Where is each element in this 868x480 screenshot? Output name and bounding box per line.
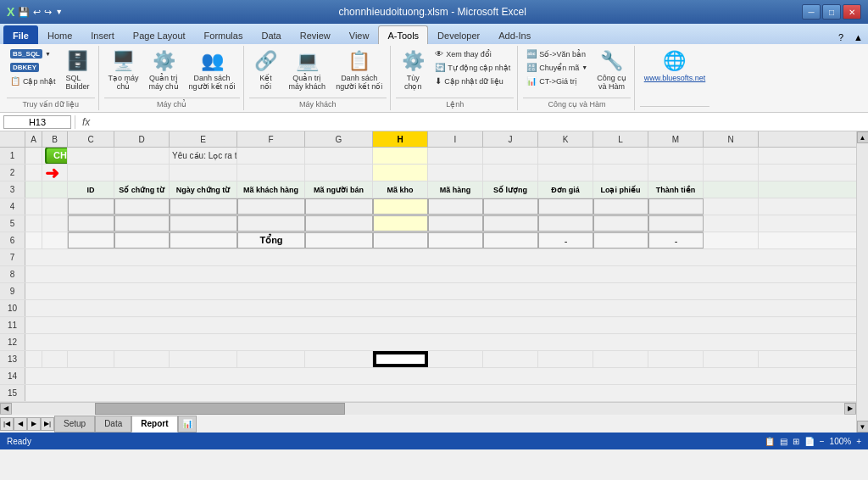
ribbon-collapse[interactable]: ▲	[849, 31, 868, 44]
row-12-empty[interactable]	[25, 334, 856, 350]
tu-dong-cap-nhat-button[interactable]: 🔄 Tự động cập nhật	[431, 61, 514, 74]
cell-f2[interactable]	[237, 165, 305, 181]
qat-dropdown[interactable]: ▼	[55, 8, 63, 16]
row-num-10[interactable]: 10	[0, 300, 25, 316]
tab-page-layout[interactable]: Page Layout	[124, 25, 195, 44]
cell-n2[interactable]	[704, 165, 759, 181]
col-header-i[interactable]: I	[428, 131, 483, 147]
cell-d13[interactable]	[114, 351, 170, 367]
row-11-empty[interactable]	[25, 317, 856, 333]
cell-b1[interactable]: CHỌN MÃ HÀNG	[42, 148, 68, 164]
cell-l1[interactable]	[593, 148, 648, 164]
cell-l6[interactable]	[593, 232, 648, 248]
cell-k2[interactable]	[538, 165, 593, 181]
sheet-tab-report[interactable]: Report	[131, 416, 177, 433]
cell-e4[interactable]	[170, 198, 237, 215]
tao-may-chu-button[interactable]: 🖥️ Tạo máychủ	[104, 47, 143, 93]
view-normal[interactable]: ▤	[780, 437, 787, 446]
cell-h4[interactable]	[373, 198, 428, 215]
ket-noi-button[interactable]: 🔗 Kếtnối	[249, 47, 283, 93]
cell-i4[interactable]	[428, 198, 483, 215]
cell-i13[interactable]	[428, 351, 483, 367]
h-scroll-track[interactable]	[12, 403, 844, 415]
row-num-11[interactable]: 11	[0, 317, 25, 333]
tab-data[interactable]: Data	[252, 25, 290, 44]
row-7-empty[interactable]	[25, 249, 856, 265]
cell-g1[interactable]	[305, 148, 373, 164]
sheet-nav-first[interactable]: |◀	[0, 417, 14, 431]
cell-j6[interactable]	[483, 232, 538, 248]
col-header-d[interactable]: D	[114, 131, 170, 147]
tab-file[interactable]: File	[3, 25, 38, 44]
cell-d5[interactable]	[114, 215, 170, 232]
bs-sql-button[interactable]: BS_SQL ▼	[7, 47, 59, 60]
v-scroll-down[interactable]: ▼	[857, 421, 869, 433]
cell-g5[interactable]	[305, 215, 373, 232]
cell-g13[interactable]	[305, 351, 373, 367]
view-page[interactable]: 📄	[804, 437, 815, 446]
cell-m5[interactable]	[648, 215, 704, 232]
cell-a5[interactable]	[25, 215, 42, 232]
cell-a13[interactable]	[25, 351, 42, 367]
cap-nhat-du-lieu-button[interactable]: ⬇ Cập nhật dữ liệu	[431, 75, 514, 87]
formula-input[interactable]	[97, 117, 865, 127]
xem-thay-doi-button[interactable]: 👁 Xem thay đổi	[431, 47, 514, 60]
cell-e3[interactable]: Ngày chứng từ	[170, 181, 237, 198]
cell-d6[interactable]	[114, 232, 170, 248]
cell-a4[interactable]	[25, 198, 42, 215]
row-num-3[interactable]: 3	[0, 181, 25, 198]
row-num-9[interactable]: 9	[0, 283, 25, 299]
cell-c1[interactable]	[68, 148, 114, 164]
cell-i5[interactable]	[428, 215, 483, 232]
cell-i6[interactable]	[428, 232, 483, 248]
h-scroll-thumb[interactable]	[95, 403, 345, 415]
maximize-button[interactable]: □	[822, 4, 841, 20]
sheet-nav-next[interactable]: ▶	[27, 417, 41, 431]
cell-g3[interactable]: Mã người bán	[305, 181, 373, 198]
quan-tri-may-khach-button[interactable]: 💻 Quản trịmáy khách	[285, 47, 331, 93]
col-header-h[interactable]: H	[373, 131, 428, 147]
cell-f5[interactable]	[237, 215, 305, 232]
tab-atools[interactable]: A-Tools	[378, 25, 428, 44]
row-num-1[interactable]: 1	[0, 148, 25, 164]
col-header-g[interactable]: G	[305, 131, 373, 147]
cell-k1[interactable]	[538, 148, 593, 164]
tab-review[interactable]: Review	[291, 25, 340, 44]
row-num-12[interactable]: 12	[0, 334, 25, 350]
cell-d3[interactable]: Số chứng từ	[114, 181, 170, 198]
col-header-f[interactable]: F	[237, 131, 305, 147]
cell-a1[interactable]	[25, 148, 42, 164]
sheet-nav-prev[interactable]: ◀	[14, 417, 27, 431]
cell-k5[interactable]	[538, 215, 593, 232]
row-num-5[interactable]: 5	[0, 215, 25, 232]
cell-h6[interactable]	[373, 232, 428, 248]
cell-k3[interactable]: Đơn giá	[538, 181, 593, 198]
cell-h3[interactable]: Mã kho	[373, 181, 428, 198]
sheet-tab-data[interactable]: Data	[95, 416, 131, 433]
cell-c2[interactable]	[68, 165, 114, 181]
cell-i2[interactable]	[428, 165, 483, 181]
chon-ma-hang-button[interactable]: CHỌN MÃ HÀNG	[45, 148, 68, 164]
v-scroll-up[interactable]: ▲	[857, 131, 869, 143]
so-van-ban-button[interactable]: 🔤 Số->Văn bản	[523, 47, 591, 60]
tab-home[interactable]: Home	[38, 25, 81, 44]
tab-formulas[interactable]: Formulas	[195, 25, 253, 44]
quan-tri-may-chu-button[interactable]: ⚙️ Quản trịmáy chủ	[145, 47, 183, 93]
cell-f1[interactable]	[237, 148, 305, 164]
row-num-4[interactable]: 4	[0, 198, 25, 215]
view-layout[interactable]: ⊞	[793, 437, 799, 446]
cell-j2[interactable]	[483, 165, 538, 181]
cell-g6[interactable]	[305, 232, 373, 248]
cell-n4[interactable]	[704, 198, 759, 215]
sheet-nav-last[interactable]: ▶|	[41, 417, 54, 431]
row-10-empty[interactable]	[25, 300, 856, 316]
qat-undo[interactable]: ↩	[33, 7, 41, 18]
cell-c5[interactable]	[68, 215, 114, 232]
minimize-button[interactable]: ─	[802, 4, 821, 20]
h-scroll-left[interactable]: ◀	[0, 403, 12, 415]
cell-k4[interactable]	[538, 198, 593, 215]
cell-f4[interactable]	[237, 198, 305, 215]
cell-k6-dash[interactable]: -	[538, 232, 593, 248]
cong-cu-ham-button[interactable]: 🔧 Công cụvà Hàm	[593, 47, 631, 93]
website-label[interactable]: www.bluesofts.net	[644, 74, 706, 82]
